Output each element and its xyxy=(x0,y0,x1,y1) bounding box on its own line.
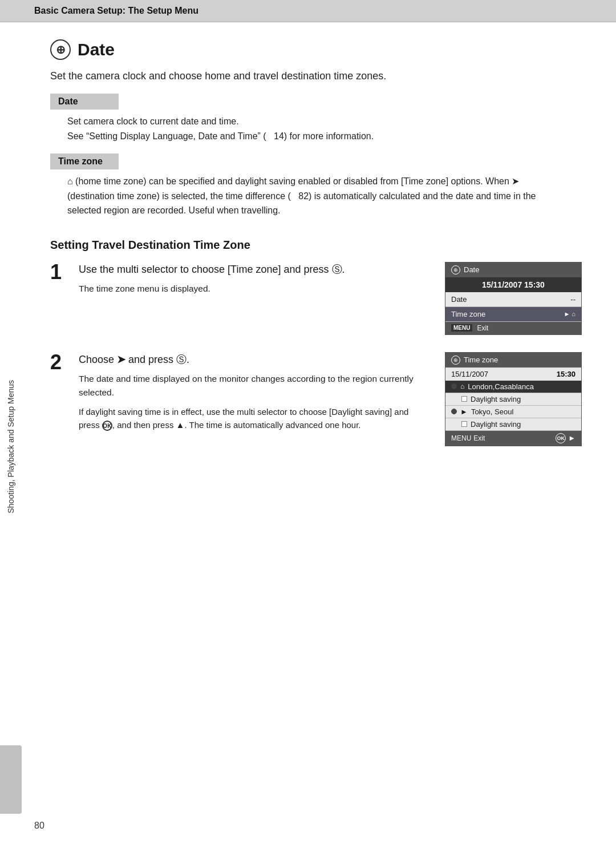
page-title: Date xyxy=(78,40,115,59)
step-2-text: Choose ➤ and press Ⓢ. The date and time … xyxy=(79,352,428,432)
cam-ui-2-footer-exit: Exit xyxy=(473,434,485,442)
step-2-desc2-suffix: , and then press ▲. The time is automati… xyxy=(112,420,361,430)
cam-ui-2-home-daylight: Daylight saving xyxy=(445,393,581,406)
cam-ui-2-dest-daylight-label: Daylight saving xyxy=(471,420,521,429)
header-title: Basic Camera Setup: The Setup Menu xyxy=(34,6,198,15)
cam-ui-1-row1-value: -- xyxy=(570,295,576,304)
step-1-instruction-text: Use the multi selector to choose [Time z… xyxy=(79,264,345,275)
step-1: 1 Use the multi selector to choose [Time… xyxy=(50,262,582,335)
cam-ui-2-dest-chk xyxy=(461,421,467,427)
cam-ui-1-icon: ⊕ xyxy=(451,265,460,274)
cam-ui-2-dest-radio xyxy=(451,409,457,414)
cam-ui-1-row1-label: Date xyxy=(451,295,467,304)
date-label: Date xyxy=(50,94,119,110)
page-header: Basic Camera Setup: The Setup Menu xyxy=(0,0,616,22)
cam-ui-1-row1: Date -- xyxy=(445,292,581,307)
cam-ui-2-dest-icon: ► xyxy=(460,407,468,416)
cam-ui-2-dest-label: Tokyo, Seoul xyxy=(471,407,513,416)
cam-ui-1-row2: Time zone ► ⌂ xyxy=(445,307,581,322)
cam-ui-2-dest-row: ► Tokyo, Seoul xyxy=(445,406,581,418)
step-2: 2 Choose ➤ and press Ⓢ. The date and tim… xyxy=(50,352,582,446)
date-line2: See “Setting Display Language, Date and … xyxy=(67,129,565,144)
date-section: Date Set camera clock to current date an… xyxy=(50,94,582,150)
cam-ui-2-home-daylight-label: Daylight saving xyxy=(471,395,521,403)
cam-ui-1-row2-arrow: ► ⌂ xyxy=(564,310,576,317)
cam-ui-2-menu-btn: MENU xyxy=(451,434,471,442)
step-1-text: Use the multi selector to choose [Time z… xyxy=(79,262,428,296)
page-subtitle: Set the camera clock and choose home and… xyxy=(50,70,582,82)
cam-ui-2-footer: MENU Exit OK ► xyxy=(445,431,581,446)
step-1-camera-ui: ⊕ Date 15/11/2007 15:30 Date -- Time zon… xyxy=(445,262,582,335)
cam-ui-2-home-chk xyxy=(461,396,467,402)
cam-ui-1-footer: MENU Exit xyxy=(445,322,581,334)
step-2-desc2: If daylight saving time is in effect, us… xyxy=(79,405,428,432)
step-1-description: The time zone menu is displayed. xyxy=(79,282,428,296)
cam-ui-2-home-row: ⌂ London,Casablanca xyxy=(445,381,581,393)
setting-heading: Setting Travel Destination Time Zone xyxy=(50,239,582,252)
step-2-desc1: The date and time displayed on the monit… xyxy=(79,372,428,399)
cam-ui-1-datetime: 15/11/2007 15:30 xyxy=(445,277,581,292)
date-content: Set camera clock to current date and tim… xyxy=(50,110,582,150)
timezone-description: ⌂ (home time zone) can be specified and … xyxy=(67,176,536,215)
sidebar-label: Shooting, Playback and Setup Menus xyxy=(6,380,15,514)
cam-ui-1-row2-label: Time zone xyxy=(451,310,485,318)
step-2-arrow: ➤ xyxy=(117,354,125,365)
cam-ui-2-date: 15/11/2007 xyxy=(451,370,488,378)
cam-ui-1-header: ⊕ Date xyxy=(445,263,581,277)
cam-ui-1-menu-btn: MENU xyxy=(451,324,472,332)
main-content: ⊕ Date Set the camera clock and choose h… xyxy=(22,22,616,480)
sidebar: Shooting, Playback and Setup Menus xyxy=(0,46,22,848)
date-line1: Set camera clock to current date and tim… xyxy=(67,114,565,129)
step-1-number: 1 xyxy=(50,262,67,282)
timezone-label: Time zone xyxy=(50,154,119,169)
cam-ui-2-header: ⊕ Time zone xyxy=(445,353,581,368)
step-2-number: 2 xyxy=(50,352,67,373)
sidebar-tab xyxy=(0,745,22,814)
cam-ui-2-footer-arrow: ► xyxy=(568,434,576,442)
cam-ui-1-footer-exit: Exit xyxy=(477,324,488,332)
step-2-instruction: Choose ➤ and press Ⓢ. xyxy=(79,352,428,368)
ok-icon-inline: OK xyxy=(102,421,112,431)
timezone-section: Time zone ⌂ (home time zone) can be spec… xyxy=(50,154,582,225)
step-2-body: Choose ➤ and press Ⓢ. The date and time … xyxy=(79,352,582,446)
step-1-instruction: Use the multi selector to choose [Time z… xyxy=(79,262,428,277)
steps-container: 1 Use the multi selector to choose [Time… xyxy=(50,262,582,446)
page-title-row: ⊕ Date xyxy=(50,39,582,60)
cam-ui-2-ok-icon: OK xyxy=(556,433,566,443)
step-2-row: Choose ➤ and press Ⓢ. The date and time … xyxy=(79,352,582,446)
timezone-content: ⌂ (home time zone) can be specified and … xyxy=(50,169,582,225)
page-number: 80 xyxy=(34,821,44,831)
cam-ui-2-datetime: 15/11/2007 15:30 xyxy=(445,368,581,381)
step-2-instruction-suffix: and press Ⓢ. xyxy=(125,354,189,365)
cam-ui-2-icon: ⊕ xyxy=(451,356,460,365)
cam-ui-2: ⊕ Time zone 15/11/2007 15:30 ⌂ xyxy=(445,352,582,446)
step-2-camera-ui: ⊕ Time zone 15/11/2007 15:30 ⌂ xyxy=(445,352,582,446)
cam-ui-2-time: 15:30 xyxy=(557,370,576,378)
cam-ui-1: ⊕ Date 15/11/2007 15:30 Date -- Time zon… xyxy=(445,262,582,335)
step-1-body: Use the multi selector to choose [Time z… xyxy=(79,262,582,335)
cam-ui-2-home-icon: ⌂ xyxy=(460,382,464,390)
date-circle-icon: ⊕ xyxy=(50,39,71,60)
step-2-instruction-prefix: Choose xyxy=(79,354,117,365)
cam-ui-2-header-label: Time zone xyxy=(464,356,498,364)
cam-ui-1-header-label: Date xyxy=(464,265,479,274)
step-1-row: Use the multi selector to choose [Time z… xyxy=(79,262,582,335)
cam-ui-2-home-label: London,Casablanca xyxy=(468,382,534,391)
cam-ui-2-home-radio xyxy=(451,383,457,389)
cam-ui-2-dest-daylight: Daylight saving xyxy=(445,418,581,431)
